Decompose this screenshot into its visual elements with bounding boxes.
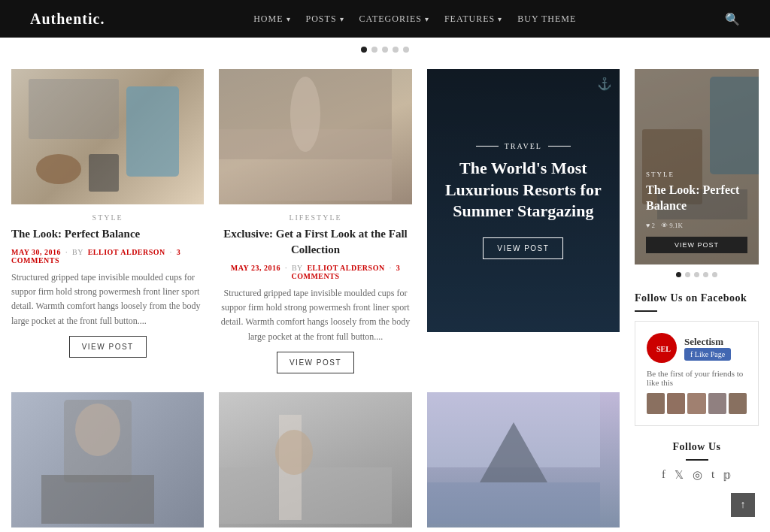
post-1-view-btn[interactable]: VIEW POST xyxy=(69,336,147,358)
post-3-view-btn[interactable]: VIEW POST xyxy=(483,237,563,259)
post-1-category: STYLE xyxy=(11,213,204,222)
follow-icons: f 𝕏 ◎ t 𝕡 xyxy=(635,468,759,482)
post-4-image xyxy=(11,392,204,527)
facebook-follow-icon[interactable]: f xyxy=(662,468,665,482)
dot-1[interactable] xyxy=(361,47,367,53)
follow-us-divider xyxy=(686,459,708,461)
fb-avatar-1 xyxy=(647,393,665,414)
main-container: STYLE The Look: Perfect Balance MAY 30, … xyxy=(0,62,770,532)
svg-rect-0 xyxy=(29,79,119,139)
instagram-follow-icon[interactable]: ◎ xyxy=(693,468,702,482)
nav-home[interactable]: HOME xyxy=(253,14,290,25)
post-1-excerpt: Structured gripped tape invisible moulde… xyxy=(11,271,204,328)
scroll-to-top-btn[interactable]: ↑ xyxy=(731,493,755,517)
post-2-author[interactable]: ELLIOT ALDERSON xyxy=(307,264,384,272)
svg-rect-10 xyxy=(219,467,392,524)
facebook-header: SEL Selectism f Like Page xyxy=(647,333,747,363)
sidebar-view-count: 👁 9.1K xyxy=(661,222,683,229)
dot-3[interactable] xyxy=(382,47,388,53)
post-3-category: TRAVEL xyxy=(476,142,571,150)
svg-point-8 xyxy=(75,404,120,456)
post-card-5 xyxy=(219,392,411,532)
post-card-2: LIFESTYLE Exclusive: Get a First Look at… xyxy=(219,69,411,373)
site-logo: Authentic. xyxy=(30,11,105,28)
post-2-category: LIFESTYLE xyxy=(219,213,411,222)
sidebar-dot-2[interactable] xyxy=(685,272,690,277)
facebook-divider xyxy=(635,310,657,312)
post-card-3-featured: ⚓ TRAVEL The World's Most Luxurious Reso… xyxy=(427,69,620,392)
post-1-title: The Look: Perfect Balance xyxy=(11,226,204,242)
post-3-overlay: TRAVEL The World's Most Luxurious Resort… xyxy=(427,69,620,332)
nav-posts[interactable]: POSTS xyxy=(306,14,344,25)
post-5-image xyxy=(219,392,411,527)
post-1-author[interactable]: ELLIOT ALDERSON xyxy=(88,248,165,256)
sidebar-featured-overlay: STYLE The Look: Perfect Balance ♥ 2 👁 9.… xyxy=(635,69,759,264)
post-3-image: ⚓ TRAVEL The World's Most Luxurious Reso… xyxy=(427,69,620,332)
street-graphic xyxy=(219,69,392,201)
post-card-1: STYLE The Look: Perfect Balance MAY 30, … xyxy=(11,69,204,373)
man-portrait-graphic xyxy=(11,392,184,524)
sidebar-dots xyxy=(635,272,759,277)
facebook-section: Follow Us on Facebook SEL Selectism f Li… xyxy=(635,292,759,426)
sidebar-featured-card: STYLE The Look: Perfect Balance ♥ 2 👁 9.… xyxy=(635,69,759,264)
sidebar-featured-meta: ♥ 2 👁 9.1K xyxy=(646,222,747,229)
dot-5[interactable] xyxy=(403,47,409,53)
fb-avatar-3 xyxy=(687,393,705,414)
post-3-title: The World's Most Luxurious Resorts for S… xyxy=(442,158,605,222)
sidebar-featured-category: STYLE xyxy=(646,171,747,178)
fb-avatars xyxy=(647,393,747,414)
fb-avatar-4 xyxy=(708,393,726,414)
nav-features[interactable]: FEATURES xyxy=(444,14,502,25)
svg-text:SEL: SEL xyxy=(656,345,671,353)
fb-page-info: Selectism f Like Page xyxy=(684,336,731,361)
post-2-view-btn[interactable]: VIEW POST xyxy=(277,352,354,373)
post-card-6: TRAVEL The Best Holiday Destinations in … xyxy=(427,392,620,532)
sidebar: STYLE The Look: Perfect Balance ♥ 2 👁 9.… xyxy=(620,69,759,532)
fb-logo: SEL xyxy=(647,333,677,363)
fashion-flatlay-graphic xyxy=(21,71,194,203)
search-icon[interactable]: 🔍 xyxy=(725,12,740,26)
twitter-follow-icon[interactable]: 𝕏 xyxy=(675,468,684,482)
fb-page-name: Selectism xyxy=(684,336,731,348)
sidebar-dot-3[interactable] xyxy=(694,272,699,277)
follow-us-title: Follow Us xyxy=(635,441,759,453)
sidebar-dot-4[interactable] xyxy=(703,272,708,277)
post-2-date: MAY 23, 2016 xyxy=(231,264,280,272)
slider-dots xyxy=(0,38,770,62)
sidebar-dot-1[interactable] xyxy=(676,272,681,277)
post-2-title: Exclusive: Get a First Look at the Fall … xyxy=(219,226,411,258)
content-grid: STYLE The Look: Perfect Balance MAY 30, … xyxy=(11,69,620,532)
fb-like-btn[interactable]: f Like Page xyxy=(684,348,731,361)
svg-rect-3 xyxy=(89,154,119,192)
svg-point-12 xyxy=(275,430,313,475)
svg-rect-9 xyxy=(41,475,154,524)
pinterest-follow-icon[interactable]: 𝕡 xyxy=(723,468,732,482)
nav-categories[interactable]: CATEGORIES xyxy=(359,14,429,25)
svg-rect-15 xyxy=(427,482,600,524)
sidebar-featured-btn[interactable]: VIEW POST xyxy=(646,237,747,253)
fb-avatar-2 xyxy=(667,393,685,414)
sidebar-dot-5[interactable] xyxy=(712,272,717,277)
nav-buy-theme[interactable]: BUY THEME xyxy=(517,14,576,25)
svg-rect-1 xyxy=(126,86,179,177)
fb-avatar-5 xyxy=(729,393,747,414)
main-nav: HOME POSTS CATEGORIES FEATURES BUY THEME xyxy=(253,14,576,25)
post-card-4 xyxy=(11,392,204,532)
mountain-graphic xyxy=(427,392,600,524)
fb-be-first-text: Be the first of your friends to like thi… xyxy=(647,369,747,387)
post-2-excerpt: Structured gripped tape invisible moulde… xyxy=(219,286,411,344)
follow-us-section: Follow Us f 𝕏 ◎ t 𝕡 xyxy=(635,441,759,482)
post-1-date: MAY 30, 2016 xyxy=(11,248,61,256)
fb-seal-icon: SEL xyxy=(650,337,673,359)
svg-point-2 xyxy=(36,154,81,184)
post-2-image xyxy=(219,69,411,204)
svg-point-6 xyxy=(290,77,320,152)
dot-4[interactable] xyxy=(393,47,399,53)
tumblr-follow-icon[interactable]: t xyxy=(711,468,714,482)
facebook-box: SEL Selectism f Like Page Be the first o… xyxy=(635,321,759,426)
sidebar-featured-title: The Look: Perfect Balance xyxy=(646,183,747,214)
post-1-meta: MAY 30, 2016 · BY ELLIOT ALDERSON · 3 CO… xyxy=(11,248,204,264)
post-2-meta: MAY 23, 2016 · BY ELLIOT ALDERSON · 3 CO… xyxy=(219,264,411,280)
dot-2[interactable] xyxy=(371,47,377,53)
post-6-image xyxy=(427,392,620,527)
